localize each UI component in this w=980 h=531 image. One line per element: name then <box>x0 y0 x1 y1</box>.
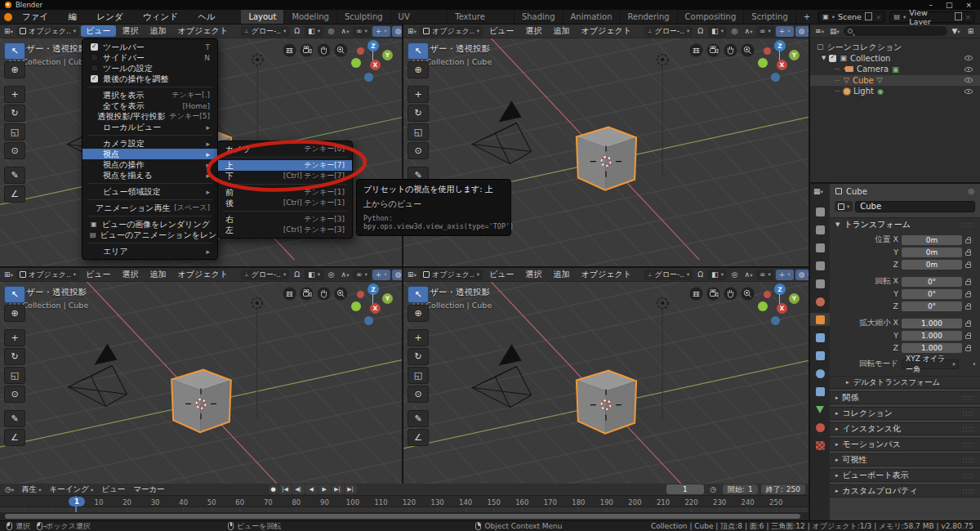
viewpoint-menu-item[interactable]: 右テンキー[3] <box>218 214 352 225</box>
rotation-mode-select[interactable]: XYZ オイラー角▾ <box>902 359 959 369</box>
axis-x-ball[interactable]: X <box>777 60 787 70</box>
falloff-select[interactable]: ∧▾ <box>742 27 755 35</box>
scene-collection-row[interactable]: ▢ シーンコレクション <box>810 42 980 53</box>
modifiers-tab[interactable] <box>810 331 830 344</box>
viewpoint-menu-item[interactable]: カメラテンキー[0] <box>218 144 352 154</box>
viewport-bottom-right[interactable]: ⊞▾ オブジェク..▾ ビュー 選択 追加 オブジェクト ⊥グロー-..▾ Ω … <box>403 268 808 484</box>
lock-toggle[interactable] <box>965 291 971 297</box>
menubar-item[interactable]: ウィンドウ <box>137 10 192 24</box>
viewport-nav-buttons[interactable] <box>283 287 350 303</box>
close-button[interactable]: × <box>965 1 972 9</box>
lock-toggle[interactable] <box>965 345 971 351</box>
gizmos-dropdown[interactable]: +▾ <box>372 26 390 37</box>
editor-type-button[interactable]: ▦▾ <box>812 187 825 195</box>
view-menu-item[interactable]: ▣ビューの画像をレンダリング <box>82 219 217 230</box>
visibility-toggle[interactable] <box>964 56 973 60</box>
panel-header-collapsed[interactable]: ▸カスタムプロパティ:::: <box>830 484 980 498</box>
navigation-gizmo[interactable]: ZYX <box>758 283 804 329</box>
timeline-menu-item[interactable]: マーカー <box>129 484 168 495</box>
axis-x-neg-ball[interactable] <box>357 47 364 55</box>
navigation-gizmo[interactable]: ZYX <box>351 283 397 329</box>
axis-y-ball[interactable]: Y <box>789 293 800 304</box>
play-reverse-button[interactable]: ◀ <box>305 484 318 494</box>
menubar-item[interactable]: ファイル <box>16 10 63 24</box>
pin-icon[interactable]: ◎ <box>968 187 974 195</box>
play-button[interactable]: ▶ <box>318 484 331 494</box>
gizmos-dropdown[interactable]: +▾ <box>372 270 390 280</box>
menubar-item[interactable]: レンダー <box>91 10 136 24</box>
select-menu-button[interactable]: 選択 <box>521 25 547 37</box>
workspace-tab[interactable]: UV Editing <box>391 10 448 24</box>
search-input[interactable] <box>856 27 943 35</box>
viewport-nav-buttons[interactable] <box>689 43 756 60</box>
annotate-tool[interactable]: ✎ <box>4 410 25 427</box>
constraints-tab[interactable] <box>810 385 830 398</box>
view-layer-selector[interactable]: ▤▾ View Layer × <box>889 11 975 23</box>
scene-selector[interactable]: ▣▾ Scene × <box>818 11 885 23</box>
transform-value-field[interactable]: 0m <box>902 260 962 270</box>
select-menu-button[interactable]: 選択 <box>521 269 547 280</box>
workspace-tab[interactable]: Compositing <box>678 10 745 24</box>
overlays-dropdown[interactable]: ◍▾ <box>795 270 808 280</box>
falloff-select[interactable]: ∧▾ <box>339 27 351 35</box>
view-layer-tab[interactable] <box>810 259 830 272</box>
transform-tool[interactable]: ⊙ <box>408 386 429 403</box>
move-tool[interactable]: + <box>4 86 25 103</box>
snap-target-select[interactable]: ◧▾ <box>708 26 727 37</box>
timeline-scrollbar[interactable] <box>0 512 808 520</box>
editor-type-button[interactable]: ≡▾ <box>813 27 826 35</box>
view-menu-item[interactable]: ローカルビュー▸ <box>82 122 217 132</box>
view-menu-item[interactable]: ▤ビューのアニメーションをレンダリング <box>82 230 217 240</box>
workspace-tab[interactable]: Sculpting <box>337 10 391 24</box>
snap-toggle[interactable]: Ω <box>291 270 303 279</box>
new-view-layer-icon[interactable] <box>956 14 962 20</box>
material-tab[interactable] <box>810 421 830 434</box>
workspace-tab[interactable]: Animation <box>564 10 621 24</box>
axis-y-neg-ball[interactable] <box>351 301 361 311</box>
snap-toggle[interactable]: Ω <box>694 270 706 279</box>
scale-tool[interactable]: ◱ <box>408 123 429 141</box>
select-tool[interactable]: ↖ <box>408 286 429 303</box>
workspace-tab[interactable]: Modeling <box>284 10 337 24</box>
scale-tool[interactable]: ◱ <box>4 123 25 141</box>
outliner-item-cube[interactable]: ▽Cube▽ <box>810 75 980 87</box>
snap-target-select[interactable]: ◧▾ <box>708 270 727 280</box>
menubar-item[interactable]: ヘルプ <box>192 10 229 24</box>
timeline-menu-item[interactable]: ビュー <box>97 484 129 495</box>
axis-x-ball[interactable]: X <box>370 303 381 314</box>
axis-y-neg-ball[interactable] <box>758 301 768 311</box>
rotate-tool[interactable]: ↻ <box>408 105 429 122</box>
viewpoint-menu-item[interactable]: 前テンキー[1] <box>218 187 352 198</box>
viewport-nav-buttons[interactable] <box>689 287 756 303</box>
view-menu-item[interactable]: ビュー領域設定▸ <box>82 186 217 197</box>
mode-select[interactable]: オブジェク..▾ <box>16 26 79 37</box>
viewpoint-menu-item[interactable]: 左[Ctrl] テンキー[3] <box>218 225 352 235</box>
timeline-menu-item[interactable]: 再生 ▾ <box>17 484 45 495</box>
editor-type-button[interactable]: ⊞▾ <box>406 27 418 35</box>
overlays-dropdown[interactable]: ◍▾ <box>392 270 402 280</box>
view-menu-item[interactable]: ツールバーT <box>82 42 217 52</box>
falloff-select[interactable]: ∧▾ <box>339 270 351 279</box>
transform-value-field[interactable]: 0° <box>902 277 962 287</box>
view-menu-item[interactable]: 透視投影/平行投影テンキー[5] <box>82 111 217 122</box>
world-tab[interactable] <box>810 295 830 308</box>
view-menu-item[interactable]: 全てを表示[Home] <box>82 100 217 111</box>
axis-x-neg-ball[interactable] <box>357 291 364 298</box>
cursor-tool[interactable]: ⊕ <box>408 305 429 322</box>
view-menu-item[interactable]: サイドバーN <box>82 52 217 63</box>
new-scene-icon[interactable] <box>866 14 872 20</box>
start-frame-field[interactable]: 開始:1 <box>723 484 758 494</box>
mode-select[interactable]: オブジェク..▾ <box>420 26 483 37</box>
viewport-nav-buttons[interactable] <box>283 43 350 60</box>
visibility-dropdown[interactable]: ∞▾ <box>353 26 371 37</box>
transform-value-field[interactable]: 0° <box>902 289 962 299</box>
visibility-dropdown[interactable]: ∞▾ <box>353 270 371 280</box>
orientation-select[interactable]: ⊥グロー-..▾ <box>241 26 289 37</box>
scale-tool[interactable]: ◱ <box>4 367 25 384</box>
select-tool[interactable]: ↖ <box>408 42 429 60</box>
object-name-field[interactable]: Cube <box>855 201 975 212</box>
navigation-gizmo[interactable]: ZYX <box>758 40 804 86</box>
view-menu-item[interactable]: エリア▸ <box>82 246 217 257</box>
view-menu-item[interactable]: 視点▸ <box>82 149 217 159</box>
view-menu-button[interactable]: ビュー <box>81 25 115 37</box>
